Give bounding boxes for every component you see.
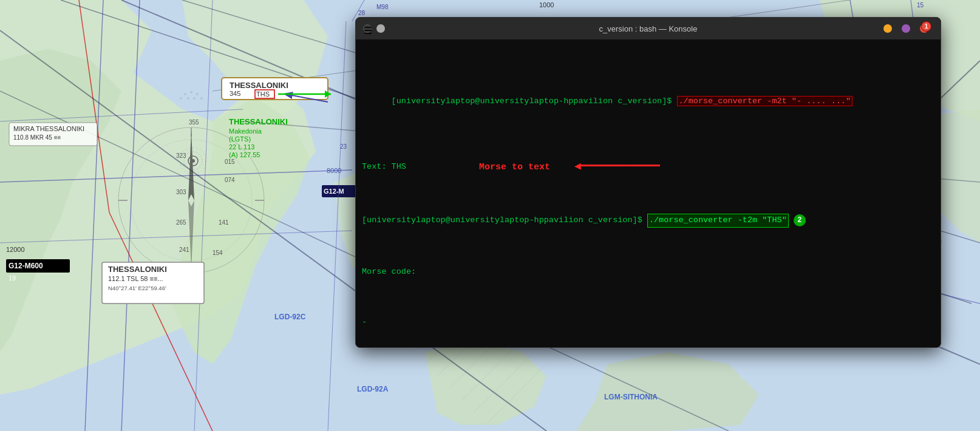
terminal-line-3: [universitylaptop@universitylaptop-hppav… xyxy=(362,214,934,228)
svg-text:355: 355 xyxy=(189,119,199,126)
svg-point-72 xyxy=(184,93,186,95)
title-dot xyxy=(376,24,385,33)
svg-text:THS: THS xyxy=(256,90,270,98)
svg-point-76 xyxy=(193,97,196,100)
svg-point-78 xyxy=(200,97,203,100)
red-arrow-1: ◀━━━━━━━━━━━━ xyxy=(574,158,660,175)
svg-text:LGD-92A: LGD-92A xyxy=(357,385,389,393)
svg-text:323: 323 xyxy=(176,152,186,159)
svg-text:M98: M98 xyxy=(376,4,389,10)
svg-text:345: 345 xyxy=(230,90,240,97)
terminal-line-5: - xyxy=(362,316,934,329)
svg-text:G12-M: G12-M xyxy=(324,188,344,195)
svg-text:112.1 TSL 58 ≡≡...: 112.1 TSL 58 ≡≡... xyxy=(108,275,163,282)
svg-text:110.8 MKR 45 ≡≡: 110.8 MKR 45 ≡≡ xyxy=(13,134,61,141)
terminal-window[interactable]: ☰ c_version : bash — Konsole 1 [universi… xyxy=(355,17,941,348)
svg-text:23: 23 xyxy=(340,143,347,150)
cmd-red-1: ./morse_converter -m2t "- .... ..." xyxy=(677,96,853,106)
svg-text:THESSALONIKI: THESSALONIKI xyxy=(230,81,288,90)
prompt-2: [universitylaptop@universitylaptop-hppav… xyxy=(362,214,647,227)
svg-point-75 xyxy=(187,97,189,100)
svg-text:15: 15 xyxy=(917,2,924,8)
svg-point-77 xyxy=(180,97,182,100)
terminal-title: c_version : bash — Konsole xyxy=(599,24,698,33)
terminal-body[interactable]: [universitylaptop@universitylaptop-hppav… xyxy=(356,39,941,347)
svg-text:LGD-92C: LGD-92C xyxy=(274,313,306,321)
minimize-button[interactable] xyxy=(883,24,892,33)
svg-text:(A) 127.55: (A) 127.55 xyxy=(229,151,260,158)
badge-2: 2 xyxy=(794,214,806,226)
menu-icon[interactable]: ☰ xyxy=(363,24,372,33)
svg-text:141: 141 xyxy=(219,219,229,226)
svg-text:N40°27.41' E22°59.46': N40°27.41' E22°59.46' xyxy=(108,285,166,291)
svg-text:G12-M600: G12-M600 xyxy=(9,262,43,270)
terminal-titlebar: ☰ c_version : bash — Konsole 1 xyxy=(356,18,941,39)
svg-text:28: 28 xyxy=(358,10,366,16)
text-output-1: Text: THS xyxy=(362,161,406,174)
svg-text:265: 265 xyxy=(176,219,186,226)
svg-point-74 xyxy=(196,93,199,95)
terminal-line-4: Morse code: xyxy=(362,266,934,279)
svg-text:19: 19 xyxy=(9,274,16,282)
svg-text:LGM-SITHONIA: LGM-SITHONIA xyxy=(604,393,658,401)
terminal-line-2: Text: THS Morse to text ◀━━━━━━━━━━━━ xyxy=(362,158,934,175)
svg-text:Makedonia: Makedonia xyxy=(229,127,262,135)
svg-text:22 L 113: 22 L 113 xyxy=(229,143,254,151)
close-button[interactable]: 1 xyxy=(920,24,928,33)
svg-text:MIKRA THESSALONIKI: MIKRA THESSALONIKI xyxy=(13,125,84,132)
svg-text:1000: 1000 xyxy=(539,1,554,8)
close-badge: 1 xyxy=(921,21,931,32)
svg-text:154: 154 xyxy=(213,249,223,256)
maximize-button[interactable] xyxy=(902,24,910,33)
svg-text:074: 074 xyxy=(225,177,235,183)
prompt-1: [universitylaptop@universitylaptop-hppav… xyxy=(392,97,677,106)
svg-text:THESSALONIKI: THESSALONIKI xyxy=(229,117,288,126)
svg-text:(LGTS): (LGTS) xyxy=(229,135,251,143)
svg-text:12000: 12000 xyxy=(6,246,25,253)
svg-point-34 xyxy=(191,159,195,163)
cmd-green-1: ./morse_converter -t2m "THS" xyxy=(647,214,789,228)
svg-point-73 xyxy=(190,91,192,93)
svg-text:THESSALONIKI: THESSALONIKI xyxy=(108,265,167,274)
svg-text:241: 241 xyxy=(179,246,189,253)
svg-text:303: 303 xyxy=(176,189,186,195)
morse-to-text-label: Morse to text xyxy=(479,160,550,174)
svg-text:015: 015 xyxy=(225,158,235,165)
terminal-line-1: [universitylaptop@universitylaptop-hppav… xyxy=(362,83,934,121)
